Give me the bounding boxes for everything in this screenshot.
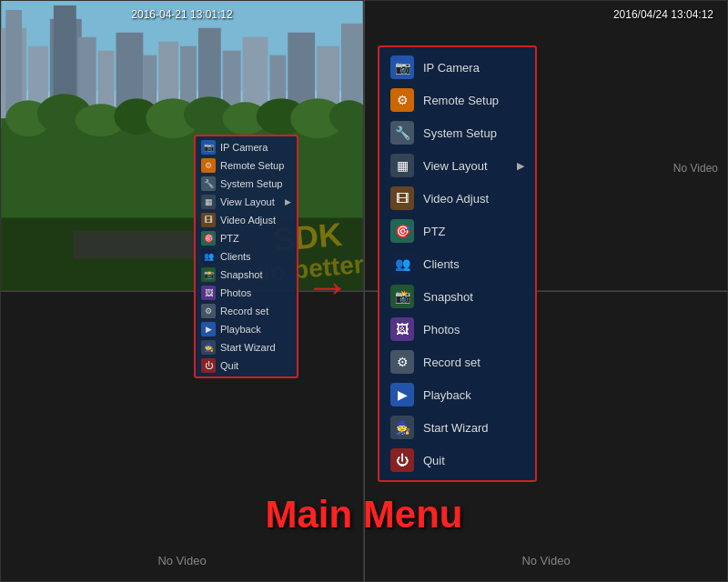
large-menu-item-view-layout[interactable]: ▦View Layout▶ bbox=[379, 149, 535, 182]
small-menu-item-label: Photos bbox=[220, 287, 251, 298]
large-menu-item-photos[interactable]: 🖼Photos bbox=[379, 313, 535, 346]
small-menu-item-playback[interactable]: ▶Playback bbox=[196, 320, 297, 338]
large-menu-item-video-adjust[interactable]: 🎞Video Adjust bbox=[379, 182, 535, 215]
small-menu-icon: ▶ bbox=[201, 322, 216, 336]
small-menu-item-label: Quit bbox=[220, 360, 238, 371]
main-menu-label: Main Menu bbox=[266, 493, 463, 537]
large-menu-icon: 🎯 bbox=[390, 219, 414, 243]
large-menu-item-label: Playback bbox=[423, 388, 471, 402]
small-menu-item-label: PTZ bbox=[220, 233, 239, 244]
large-menu-icon: 🎞 bbox=[390, 186, 414, 210]
submenu-arrow: ▶ bbox=[517, 160, 524, 172]
large-menu-item-start-wizard[interactable]: 🧙Start Wizard bbox=[379, 411, 535, 444]
timestamp-top-left: 2016-04-21 13:01:12 bbox=[131, 8, 232, 21]
large-menu-icon: 🖼 bbox=[390, 317, 414, 341]
no-video-right-top: No Video bbox=[673, 162, 718, 175]
camera-panel-bottom-left: No Video bbox=[0, 291, 364, 582]
small-menu-item-label: Clients bbox=[220, 251, 251, 262]
large-menu-item-label: Remote Setup bbox=[423, 94, 499, 107]
large-menu-item-label: Quit bbox=[423, 454, 445, 467]
large-menu-icon: 👥 bbox=[390, 252, 414, 276]
large-menu-icon: ⚙ bbox=[390, 88, 414, 112]
large-menu-item-label: PTZ bbox=[423, 225, 446, 238]
large-menu-item-record-set[interactable]: ⚙Record set bbox=[379, 346, 535, 378]
large-menu-item-ip-camera[interactable]: 📷IP Camera bbox=[379, 51, 535, 84]
large-menu-item-label: IP Camera bbox=[423, 61, 480, 75]
large-menu-icon: ⏻ bbox=[390, 448, 414, 472]
large-menu-item-label: Record set bbox=[423, 356, 480, 369]
small-menu-item-view-layout[interactable]: ▦View Layout▶ bbox=[196, 193, 297, 211]
large-menu-item-label: Clients bbox=[423, 257, 460, 271]
large-menu-item-clients[interactable]: 👥Clients bbox=[379, 247, 535, 280]
small-menu-item-label: Remote Setup bbox=[220, 160, 284, 171]
large-menu-icon: 📷 bbox=[390, 55, 414, 79]
small-menu-icon: ⚙ bbox=[201, 304, 216, 318]
small-menu-item-remote-setup[interactable]: ⚙Remote Setup bbox=[196, 156, 297, 175]
small-menu-item-label: System Setup bbox=[220, 178, 282, 189]
small-menu-icon: 👥 bbox=[201, 249, 216, 264]
red-arrow: → bbox=[305, 264, 350, 309]
no-video-bottom-right: No Video bbox=[521, 554, 570, 567]
small-menu-icon: 🎞 bbox=[201, 213, 216, 227]
small-menu-item-label: Snapshot bbox=[220, 269, 262, 280]
small-menu-icon: 🎯 bbox=[201, 231, 216, 246]
small-menu-icon: 🖼 bbox=[201, 286, 216, 300]
large-menu-item-quit[interactable]: ⏻Quit bbox=[379, 444, 535, 477]
large-menu-item-label: System Setup bbox=[423, 126, 497, 140]
small-menu-icon: ▦ bbox=[201, 195, 216, 209]
small-menu-icon: 🔧 bbox=[201, 176, 216, 191]
small-menu-item-ip-camera[interactable]: 📷IP Camera bbox=[196, 138, 297, 156]
small-menu-item-record-set[interactable]: ⚙Record set bbox=[196, 302, 297, 320]
small-menu-item-start-wizard[interactable]: 🧙Start Wizard bbox=[196, 338, 297, 356]
small-menu-icon: 📸 bbox=[201, 267, 216, 282]
large-menu-item-playback[interactable]: ▶Playback bbox=[379, 378, 535, 411]
small-menu-item-snapshot[interactable]: 📸Snapshot bbox=[196, 266, 297, 284]
large-menu-item-label: Photos bbox=[423, 323, 460, 336]
small-menu-icon: 🧙 bbox=[201, 340, 216, 355]
small-menu-icon: 📷 bbox=[201, 140, 216, 155]
small-menu-item-photos[interactable]: 🖼Photos bbox=[196, 284, 297, 302]
small-menu-item-ptz[interactable]: 🎯PTZ bbox=[196, 229, 297, 247]
large-menu-item-label: Video Adjust bbox=[423, 192, 489, 206]
large-menu-item-remote-setup[interactable]: ⚙Remote Setup bbox=[379, 84, 535, 116]
no-video-bottom-left: No Video bbox=[157, 554, 206, 567]
large-menu-icon: 🔧 bbox=[390, 121, 414, 145]
large-menu-icon: 📸 bbox=[390, 285, 414, 308]
large-menu-item-ptz[interactable]: 🎯PTZ bbox=[379, 215, 535, 247]
small-menu-item-system-setup[interactable]: 🔧System Setup bbox=[196, 175, 297, 193]
large-menu-item-system-setup[interactable]: 🔧System Setup bbox=[379, 116, 535, 149]
large-menu-item-label: Snapshot bbox=[423, 290, 473, 304]
submenu-arrow: ▶ bbox=[285, 197, 291, 206]
small-menu-item-label: Video Adjust bbox=[220, 215, 276, 226]
small-menu-item-label: Start Wizard bbox=[220, 342, 276, 353]
small-menu-item-video-adjust[interactable]: 🎞Video Adjust bbox=[196, 211, 297, 229]
horizontal-divider bbox=[0, 291, 728, 292]
large-menu-icon: 🧙 bbox=[390, 416, 414, 439]
timestamp-top-right: 2016/04/24 13:04:12 bbox=[613, 8, 713, 21]
large-menu-item-label: Start Wizard bbox=[423, 421, 489, 435]
small-menu-icon: ⚙ bbox=[201, 158, 216, 173]
small-menu-item-label: IP Camera bbox=[220, 142, 268, 153]
large-menu-icon: ⚙ bbox=[390, 350, 414, 374]
small-menu-item-label: Playback bbox=[220, 324, 261, 335]
large-menu-icon: ▶ bbox=[390, 383, 414, 406]
main-menu-large: 📷IP Camera⚙Remote Setup🔧System Setup▦Vie… bbox=[378, 45, 537, 482]
large-menu-icon: ▦ bbox=[390, 154, 414, 177]
small-menu-item-label: View Layout bbox=[220, 196, 275, 207]
large-menu-item-snapshot[interactable]: 📸Snapshot bbox=[379, 280, 535, 313]
small-menu-icon: ⏻ bbox=[201, 358, 216, 373]
large-menu-item-label: View Layout bbox=[423, 159, 488, 173]
small-menu-item-label: Record set bbox=[220, 306, 268, 316]
small-menu-item-clients[interactable]: 👥Clients bbox=[196, 247, 297, 266]
context-menu-small: 📷IP Camera⚙Remote Setup🔧System Setup▦Vie… bbox=[194, 135, 298, 378]
small-menu-item-quit[interactable]: ⏻Quit bbox=[196, 356, 297, 375]
